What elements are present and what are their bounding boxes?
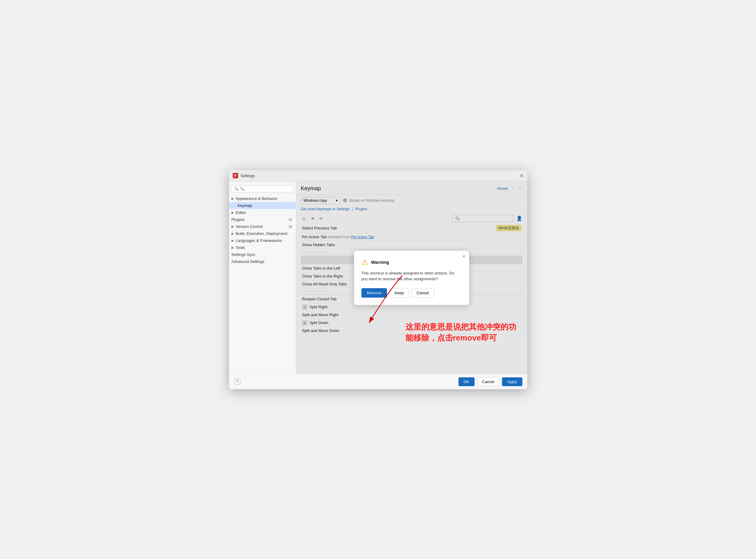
dialog-close-button[interactable]: × [462, 254, 465, 259]
sidebar-item-settings-sync[interactable]: Settings Sync [229, 251, 296, 258]
dialog-title-row: ⚠ Warning [361, 258, 462, 267]
cancel-button[interactable]: Cancel [477, 377, 500, 386]
right-panel: Keymap Reset ← → Windows copy ▾ ⚙ Based … [296, 182, 527, 374]
sidebar: 🔍 ▶ Appearance & Behavior Keymap ▶ Edito… [229, 182, 296, 374]
window-title: Settings [240, 174, 255, 178]
version-control-badge: ▤ [289, 224, 292, 228]
dialog-title: Warning [371, 260, 389, 265]
bottom-bar: ? OK Cancel Apply [229, 374, 527, 389]
sidebar-item-label: Tools [236, 245, 245, 250]
plugins-badge: ▤ [289, 217, 292, 222]
sidebar-item-keymap[interactable]: Keymap [229, 202, 296, 209]
chevron-right-icon: ▶ [231, 211, 234, 214]
app-icon: P [233, 173, 238, 178]
sidebar-item-label: Editor [236, 210, 246, 215]
sidebar-item-label: Appearance & Behavior [236, 196, 277, 201]
sidebar-item-version-control[interactable]: ▶ Version Control ▤ [229, 223, 296, 230]
close-button[interactable]: ✕ [520, 173, 524, 179]
chevron-right-icon: ▶ [231, 246, 234, 249]
sidebar-item-label: Languages & Frameworks [236, 238, 282, 243]
sidebar-item-build-execution[interactable]: ▶ Build, Execution, Deployment [229, 230, 296, 237]
chevron-right-icon: ▶ [231, 197, 234, 200]
dialog-buttons: Remove Keep Cancel [361, 288, 462, 298]
titlebar-left: P Settings [233, 173, 255, 178]
bottom-left: ? [234, 378, 240, 385]
dialog-message: This shortcut is already assigned to oth… [361, 270, 462, 282]
sidebar-item-label: Version Control [236, 224, 263, 229]
dialog-overlay: × ⚠ Warning This shortcut is already ass… [296, 182, 527, 374]
titlebar: P Settings ✕ [229, 170, 527, 182]
sidebar-search-input[interactable] [240, 187, 291, 191]
sidebar-search[interactable]: 🔍 [231, 185, 293, 193]
chevron-right-icon: ▶ [231, 239, 234, 242]
help-button[interactable]: ? [234, 378, 240, 385]
sidebar-item-label: Build, Execution, Deployment [236, 231, 288, 236]
sidebar-item-tools[interactable]: ▶ Tools [229, 244, 296, 251]
main-content: 🔍 ▶ Appearance & Behavior Keymap ▶ Edito… [229, 182, 527, 374]
chevron-right-icon: ▶ [231, 232, 234, 235]
keep-button[interactable]: Keep [389, 288, 409, 298]
bottom-right: OK Cancel Apply [458, 377, 522, 386]
chevron-right-icon: ▶ [231, 225, 234, 228]
sidebar-item-label: Keymap [237, 203, 252, 208]
sidebar-item-label: Settings Sync [231, 252, 256, 257]
apply-button[interactable]: Apply [502, 377, 522, 386]
warning-icon: ⚠ [361, 258, 368, 267]
sidebar-item-advanced-settings[interactable]: Advanced Settings [229, 258, 296, 265]
sidebar-item-languages-frameworks[interactable]: ▶ Languages & Frameworks [229, 237, 296, 244]
sidebar-item-label: Advanced Settings [231, 259, 265, 264]
search-icon: 🔍 [234, 187, 239, 191]
ok-button[interactable]: OK [458, 377, 475, 386]
settings-window: P Settings ✕ 🔍 ▶ Appearance & Behavior K… [229, 170, 527, 389]
sidebar-item-label: Plugins [231, 217, 245, 222]
remove-button[interactable]: Remove [361, 288, 387, 298]
sidebar-item-appearance-behavior[interactable]: ▶ Appearance & Behavior [229, 195, 296, 202]
warning-dialog: × ⚠ Warning This shortcut is already ass… [354, 250, 469, 305]
cancel-dialog-button[interactable]: Cancel [411, 288, 434, 298]
sidebar-item-editor[interactable]: ▶ Editor [229, 209, 296, 216]
sidebar-item-plugins[interactable]: Plugins ▤ [229, 216, 296, 223]
